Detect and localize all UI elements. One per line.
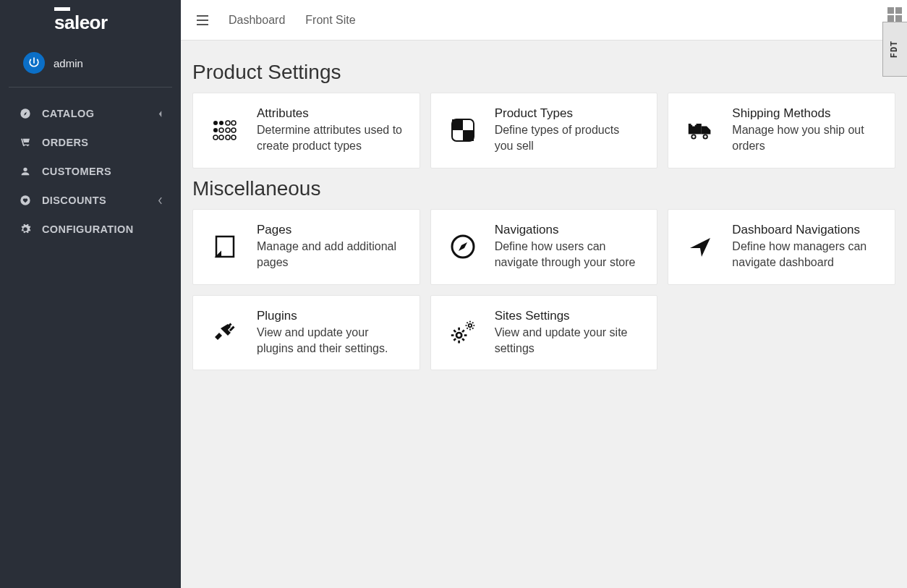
- card-desc: Define types of products you sell: [495, 122, 642, 155]
- power-icon: [23, 52, 45, 74]
- sidebar-item-catalog[interactable]: CATALOG: [0, 99, 181, 128]
- card-dashboard-navigations[interactable]: Dashboard Navigations Define how manager…: [668, 209, 895, 285]
- svg-point-11: [231, 121, 236, 125]
- sidebar-item-label: CATALOG: [42, 108, 155, 119]
- section-title-miscellaneous: Miscellaneous: [192, 177, 895, 200]
- location-arrow-icon: [684, 231, 716, 263]
- card-title: Sites Settings: [495, 309, 642, 323]
- sidebar-item-customers[interactable]: CUSTOMERS: [0, 157, 181, 186]
- cart-icon: [19, 136, 32, 149]
- card-attributes[interactable]: Attributes Determine attributes used to …: [192, 93, 420, 169]
- card-pages[interactable]: Pages Manage and add additional pages: [192, 209, 420, 285]
- sidebar-item-label: DISCOUNTS: [42, 195, 155, 206]
- card-title: Navigations: [495, 223, 642, 237]
- svg-rect-25: [691, 123, 697, 126]
- section-title-product-settings: Product Settings: [192, 61, 895, 84]
- card-sites-settings[interactable]: Sites Settings View and update your site…: [430, 295, 658, 371]
- svg-point-10: [226, 121, 230, 125]
- compass-icon: [19, 107, 32, 120]
- svg-point-27: [693, 136, 696, 139]
- card-desc: Define how managers can navigate dashboa…: [732, 239, 879, 271]
- svg-rect-5: [197, 15, 208, 17]
- sidebar-item-label: CUSTOMERS: [42, 166, 165, 177]
- svg-point-12: [213, 128, 218, 132]
- card-title: Plugins: [257, 309, 404, 323]
- svg-point-8: [213, 121, 218, 125]
- top-link-front-site[interactable]: Front Site: [305, 14, 355, 27]
- svg-text:saleor: saleor: [54, 12, 108, 33]
- svg-point-17: [219, 135, 223, 140]
- chevron-left-icon: [155, 197, 165, 205]
- plug-icon: [209, 317, 241, 349]
- svg-rect-6: [197, 20, 208, 21]
- card-desc: Manage and add additional pages: [257, 239, 404, 271]
- user-block[interactable]: admin: [9, 41, 172, 88]
- card-title: Dashboard Navigations: [732, 223, 879, 237]
- gears-icon: [447, 317, 479, 349]
- card-shipping-methods[interactable]: Shipping Methods Manage how you ship out…: [668, 93, 895, 169]
- card-product-types[interactable]: Product Types Define types of products y…: [430, 93, 658, 169]
- svg-point-29: [704, 136, 707, 139]
- svg-rect-21: [452, 119, 463, 130]
- page-icon: [209, 231, 241, 263]
- brand-logo[interactable]: saleor: [0, 0, 181, 41]
- compass-icon: [447, 231, 479, 263]
- menu-toggle-icon[interactable]: [194, 12, 211, 29]
- user-icon: [19, 165, 32, 178]
- card-navigations[interactable]: Navigations Define how users can navigat…: [430, 209, 658, 285]
- heart-icon: [19, 194, 32, 207]
- svg-point-14: [226, 128, 230, 132]
- card-title: Attributes: [257, 106, 404, 121]
- svg-point-13: [219, 128, 223, 132]
- sidebar-nav: CATALOG ORDERS CUSTOMERS DISCOUNTS CO: [0, 88, 181, 244]
- sidebar-item-discounts[interactable]: DISCOUNTS: [0, 186, 181, 215]
- card-desc: View and update your site settings: [495, 325, 642, 357]
- sidebar-item-configuration[interactable]: CONFIGURATION: [0, 215, 181, 244]
- user-name: admin: [54, 57, 83, 69]
- card-title: Pages: [257, 223, 404, 237]
- card-grid: Attributes Determine attributes used to …: [192, 93, 895, 169]
- top-link-dashboard[interactable]: Dashboard: [229, 14, 285, 27]
- card-desc: View and update your plugins and their s…: [257, 325, 404, 357]
- svg-rect-22: [463, 130, 474, 141]
- main: Dashboard Front Site FDT Product Setting…: [181, 0, 907, 588]
- card-title: Shipping Methods: [732, 106, 879, 121]
- topbar: Dashboard Front Site FDT: [181, 0, 907, 41]
- gear-icon: [19, 223, 32, 236]
- svg-point-18: [226, 135, 230, 140]
- svg-point-19: [231, 135, 236, 140]
- card-desc: Manage how you ship out orders: [732, 122, 879, 155]
- svg-rect-0: [54, 7, 70, 11]
- sidebar-item-label: ORDERS: [42, 137, 165, 148]
- checker-icon: [447, 114, 479, 146]
- truck-icon: [684, 114, 716, 146]
- sidebar-item-label: CONFIGURATION: [42, 223, 165, 235]
- card-plugins[interactable]: Plugins View and update your plugins and…: [192, 295, 420, 371]
- braille-icon: [209, 114, 241, 146]
- card-desc: Determine attributes used to create prod…: [257, 122, 404, 155]
- card-grid: Pages Manage and add additional pages Na…: [192, 209, 895, 371]
- svg-point-35: [468, 324, 472, 328]
- svg-point-15: [231, 128, 236, 132]
- saleor-logo-icon: saleor: [54, 7, 127, 33]
- svg-point-34: [456, 333, 461, 338]
- svg-point-9: [219, 121, 223, 125]
- card-desc: Define how users can navigate through yo…: [495, 239, 642, 271]
- sidebar-item-orders[interactable]: ORDERS: [0, 128, 181, 157]
- svg-point-16: [213, 135, 218, 140]
- svg-rect-7: [197, 24, 208, 25]
- sidebar: saleor admin CATALOG ORDERS CUSTOMERS: [0, 0, 181, 588]
- chevron-left-icon: [155, 110, 165, 118]
- card-title: Product Types: [495, 106, 642, 121]
- content: Product Settings Attributes Determine at: [181, 41, 907, 389]
